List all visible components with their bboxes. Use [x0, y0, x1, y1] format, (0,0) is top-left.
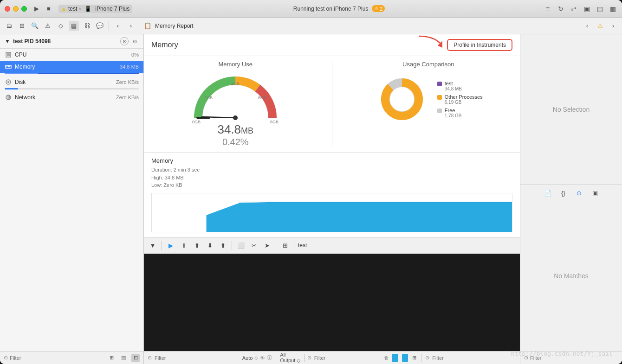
scheme-selector[interactable]: ▲ test › 📱 iPhone 7 Plus — [58, 5, 132, 13]
profile-instruments-button[interactable]: Profile in Instruments — [447, 39, 512, 51]
warning-button[interactable]: ⚠ — [43, 21, 53, 31]
bt-pause-button[interactable]: ⏸ — [179, 240, 189, 250]
play-button[interactable]: ▶ — [32, 5, 41, 13]
no-selection-container: No Selection — [553, 34, 590, 185]
bt-step2-button[interactable]: ⬇ — [205, 240, 215, 250]
graph-low: Low: Zero KB — [151, 181, 512, 189]
layout1-button[interactable]: ▣ — [582, 4, 591, 13]
rp-circle-button[interactable]: ⊙ — [575, 189, 583, 197]
warning-icon: ⚠ — [374, 6, 379, 12]
refresh-button[interactable]: ↻ — [556, 4, 565, 13]
network-icon — [5, 94, 12, 101]
comment-button[interactable]: 💬 — [95, 21, 105, 31]
right-panel: No Selection 📄 {} ⊙ ▣ No Matches ⊙ — [520, 34, 622, 364]
statusbar-right: ⊙ — [425, 355, 516, 361]
nav-next-button[interactable]: › — [608, 21, 618, 31]
sidebar-layout3-button[interactable]: ⊡ — [131, 354, 140, 362]
titlebar: ▶ ■ ▲ test › 📱 iPhone 7 Plus Running tes… — [0, 0, 622, 18]
svg-rect-3 — [6, 66, 7, 67]
no-matches-container: No Matches — [554, 201, 589, 351]
nav-prev-button[interactable]: ‹ — [582, 21, 592, 31]
center-filter-input[interactable] — [314, 355, 378, 361]
layout3-button[interactable]: ▦ — [608, 4, 617, 13]
chevron-icon: › — [79, 6, 81, 12]
svg-text:8GB: 8GB — [270, 120, 279, 124]
disk-label: Disk — [15, 79, 113, 85]
toolbar: 🗂 ⊞ 🔍 ⚠ ◇ ▤ ⛓ 💬 ‹ › 📋 Memory Report ‹ ⚠ … — [0, 18, 622, 34]
link-button[interactable]: ⛓ — [82, 21, 92, 31]
warning-nav-button[interactable]: ⚠ — [595, 21, 605, 31]
nav-forward-button[interactable]: › — [126, 21, 136, 31]
graph-duration: Duration: 2 min 3 sec — [151, 166, 512, 174]
graph-label: Memory — [151, 157, 512, 164]
layout2-button[interactable]: ▤ — [595, 4, 604, 13]
sidebar-item-cpu[interactable]: CPU 0% — [0, 49, 143, 61]
maximize-button[interactable] — [21, 6, 27, 12]
sidebar-item-memory[interactable]: Memory 34.8 MB — [0, 61, 143, 73]
sidebar-settings-button[interactable]: ⊙ — [130, 37, 139, 45]
network-value: Zero KB/s — [116, 95, 139, 100]
legend-item-test: test 34.8 MB — [437, 81, 483, 91]
cpu-label: CPU — [15, 51, 129, 58]
filter-dropdown-button[interactable]: ▼ — [148, 240, 158, 250]
graph-area: Memory Duration: 2 min 3 sec High: 34.8 … — [144, 153, 520, 237]
gauge-section: Memory Use — [149, 61, 323, 147]
svg-rect-5 — [9, 66, 10, 67]
gauge-percent: 0.42% — [222, 137, 249, 147]
sidebar-inspect-button[interactable]: ⊙ — [120, 37, 129, 45]
watermark: http://blog.csdn.net/Yj_sail — [511, 350, 613, 357]
bt-cut-button[interactable]: ✂ — [249, 240, 259, 250]
cpu-icon — [5, 51, 12, 58]
folder-button[interactable]: 🗂 — [4, 21, 14, 31]
sidebar-process-title: ▼ test PID 54098 — [5, 38, 51, 45]
bt-sep1 — [162, 241, 162, 250]
stop-button[interactable]: ■ — [45, 5, 53, 13]
bt-grid-button[interactable]: ⊞ — [280, 240, 290, 250]
statusbar: ⊙ Auto ◇ 👁 ⓘ All Output ◇ ⊙ 🗑 — [144, 351, 520, 364]
bt-share-button[interactable]: ⬜ — [236, 240, 246, 250]
memory-icon — [5, 63, 12, 70]
warning-badge: ⚠ 2 — [372, 5, 385, 12]
close-button[interactable] — [5, 6, 10, 12]
cpu-value: 0% — [131, 52, 139, 57]
no-matches-text: No Matches — [554, 272, 589, 280]
minimize-button[interactable] — [13, 6, 19, 12]
bt-step1-button[interactable]: ⬆ — [192, 240, 202, 250]
search-button[interactable]: 🔍 — [30, 21, 40, 31]
nav-back-button[interactable]: ‹ — [113, 21, 123, 31]
donut-section: Usage Comparison — [342, 61, 516, 147]
sidebar-item-disk[interactable]: Disk Zero KB/s — [0, 76, 143, 88]
svg-point-13 — [233, 115, 238, 120]
back-forward-button[interactable]: ⇄ — [569, 4, 578, 13]
svg-text:2GB: 2GB — [204, 96, 213, 100]
layout-a-button[interactable] — [392, 354, 398, 362]
grid-button[interactable]: ⊞ — [17, 21, 27, 31]
rp-layout-button[interactable]: ▣ — [591, 189, 599, 197]
disk-value: Zero KB/s — [116, 79, 139, 85]
network-label: Network — [15, 94, 113, 101]
memory-progress-fill — [5, 73, 38, 74]
right-filter-input[interactable] — [432, 355, 496, 361]
hamburger-button[interactable]: ≡ — [543, 4, 552, 13]
layout-b-button[interactable] — [402, 354, 408, 362]
rp-code-button[interactable]: {} — [559, 189, 568, 197]
donut-title: Usage Comparison — [402, 61, 454, 68]
left-filter-input[interactable] — [155, 355, 219, 361]
rp-file-button[interactable]: 📄 — [544, 189, 552, 197]
grid-c-button[interactable]: ⊞ — [411, 354, 417, 362]
sidebar-item-network[interactable]: Network Zero KB/s — [0, 91, 143, 103]
memory-graph-svg: 34.8 MB — [152, 193, 512, 232]
donut-legend: test 34.8 MB Other Processes 6.19 GB — [437, 81, 483, 118]
bt-play-button[interactable]: ▶ — [166, 240, 176, 250]
diamond-button[interactable]: ◇ — [56, 21, 66, 31]
bt-sep3 — [276, 241, 276, 250]
bt-goto-button[interactable]: ➤ — [262, 240, 272, 250]
memory-value: 34.8 MB — [120, 64, 139, 70]
all-output-label: All Output ◇ — [280, 352, 301, 364]
gauge-chart: 0GB 2GB 4GB 6GB 8GB — [189, 71, 282, 125]
sidebar-layout2-button[interactable]: ▤ — [119, 354, 128, 362]
list-view-button[interactable]: ▤ — [69, 21, 79, 31]
bt-step3-button[interactable]: ⬆ — [218, 240, 228, 250]
sidebar-layout1-button[interactable]: ⊞ — [107, 354, 116, 362]
sidebar-filter-input[interactable] — [10, 355, 74, 361]
